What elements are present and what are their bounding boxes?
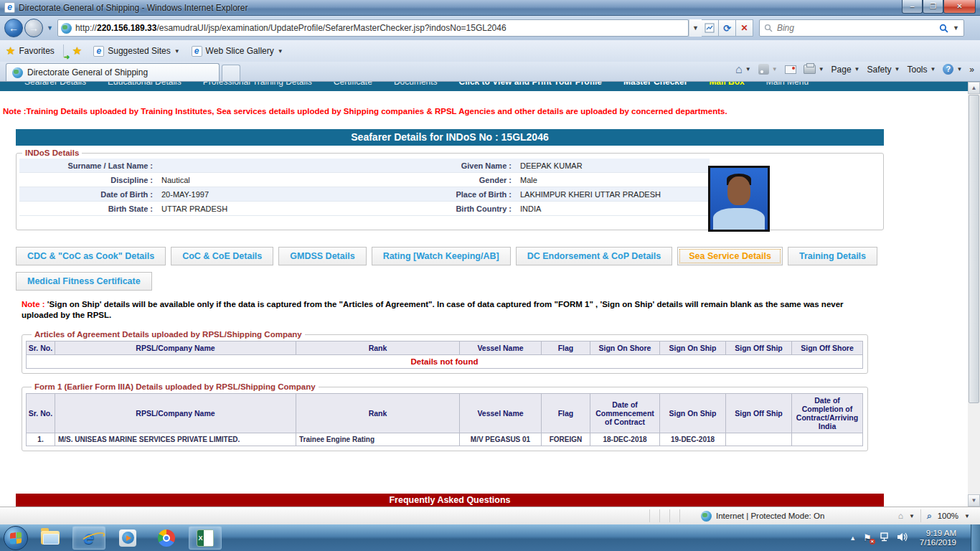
nav-item[interactable]: Educational Details [108, 82, 182, 87]
tab-rating-watch-keeping-ab[interactable]: Rating [Watch Keeping/AB] [372, 247, 511, 265]
taskbar: e X ▲ ⚑✕ 9:19 AM 7/16/2019 [0, 524, 980, 551]
tab-training-details[interactable]: Training Details [788, 247, 877, 265]
nav-item[interactable]: Seafarer Details [24, 82, 86, 87]
nav-item[interactable]: Master Checker [623, 82, 687, 87]
faq-bar[interactable]: Frequently Asked Questions [16, 494, 884, 507]
nav-item[interactable]: Click to View and Print Your Profile [459, 82, 602, 87]
zoom-icon[interactable]: ⌕ [927, 511, 932, 521]
command-bar: ⌂▼ ▼ ▼ Page▼ Safety▼ Tools▼ ?▼ » [735, 64, 974, 75]
url-dropdown-icon[interactable]: ▼ [689, 19, 702, 37]
page-scrollbar[interactable]: ▲ ▼ [968, 82, 980, 507]
tab-cdc-coc-as-cook-details[interactable]: CDC & "CoC as Cook" Details [16, 247, 166, 265]
feeds-button[interactable]: ▼ [758, 64, 778, 75]
indos-legend: INDoS Details [22, 149, 82, 157]
ie-window: e Directorate General of Shipping - Wind… [0, 0, 980, 551]
action-center-flag-icon[interactable]: ⚑✕ [863, 532, 872, 543]
clock-time: 9:19 AM [920, 529, 956, 538]
table-cell: M/V PEGASUS 01 [460, 433, 542, 446]
taskbar-chrome-button[interactable] [150, 526, 183, 550]
training-note: Note :Training Details uploaded by Train… [3, 107, 727, 116]
search-dropdown-icon[interactable]: ▼ [953, 24, 959, 32]
taskbar-explorer-button[interactable] [34, 526, 67, 550]
field-value: DEEPAK KUMAR [516, 161, 710, 170]
page-viewport: Seafarer DetailsEducational DetailsProfe… [0, 81, 980, 507]
suggested-sites-button[interactable]: e Suggested Sites ▼ [88, 44, 185, 59]
forward-button[interactable]: → [24, 19, 43, 37]
help-button[interactable]: ?▼ [943, 64, 962, 75]
home-button[interactable]: ⌂▼ [735, 65, 751, 75]
print-button[interactable]: ▼ [804, 65, 824, 74]
taskbar-clock[interactable]: 9:19 AM 7/16/2019 [920, 529, 956, 547]
column-header: Rank [296, 394, 460, 433]
web-slice-gallery-button[interactable]: e Web Slice Gallery ▼ [186, 44, 289, 59]
volume-icon[interactable] [897, 532, 908, 544]
restore-button[interactable]: ❐ [923, 0, 943, 14]
refresh-icon[interactable]: ⟳ [719, 19, 736, 37]
field-label: Gender : [424, 176, 516, 184]
overflow-chevron[interactable]: » [969, 65, 974, 75]
taskbar-ie-button[interactable]: e [72, 526, 105, 550]
read-mail-button[interactable] [785, 65, 796, 74]
zoom-level[interactable]: 100% [938, 512, 958, 520]
ie-icon: e [84, 527, 94, 549]
taskbar-excel-button[interactable]: X [189, 526, 222, 550]
nav-item[interactable]: Certificate [334, 82, 372, 87]
network-icon[interactable] [879, 532, 890, 544]
minimize-button[interactable]: – [902, 0, 923, 14]
detail-tabs: CDC & "CoC as Cook" DetailsCoC & CoE Det… [16, 247, 887, 291]
scroll-up-icon[interactable]: ▲ [968, 82, 980, 94]
page-menu[interactable]: Page▼ [831, 65, 860, 75]
back-button[interactable]: ← [4, 19, 23, 37]
internet-zone-icon [701, 511, 712, 522]
status-bar: Internet | Protected Mode: On ⌂ ▼ ⌕ 100%… [0, 507, 980, 524]
tab-dc-endorsement-cop-details[interactable]: DC Endorsement & CoP Details [516, 247, 673, 265]
new-tab-stub[interactable] [222, 65, 240, 81]
scrollbar-thumb[interactable] [969, 95, 979, 403]
chevron-down-icon[interactable]: ▼ [964, 513, 970, 519]
rss-icon [758, 64, 769, 75]
printer-icon [804, 65, 816, 74]
tab-coc-coe-details[interactable]: CoC & CoE Details [171, 247, 273, 265]
field-value: Nautical [157, 176, 424, 184]
taskbar-media-player-button[interactable] [111, 526, 144, 550]
chevron-down-icon: ▼ [278, 48, 283, 55]
sign-on-ship-note: Note : 'Sign on Ship' details will be av… [22, 299, 850, 321]
nav-item[interactable]: Mail Box [709, 82, 744, 87]
indos-details-section: INDoS Details Surname / Last Name :Given… [16, 149, 884, 230]
field-label: Date of Birth : [19, 190, 157, 199]
stop-icon[interactable]: ✕ [736, 19, 753, 37]
table-cell: 19-DEC-2018 [660, 433, 726, 446]
column-header: RPSL/Company Name [55, 342, 296, 355]
tab-medical-fitness-certificate[interactable]: Medical Fitness Certificate [16, 272, 152, 291]
tools-menu[interactable]: Tools▼ [907, 65, 936, 75]
start-button[interactable] [4, 526, 28, 550]
compatibility-view-icon[interactable] [702, 19, 719, 37]
chevron-down-icon: ▼ [174, 48, 180, 55]
add-favorites-button[interactable]: ★ ➜ [67, 42, 88, 60]
search-box[interactable]: Bing ▼ [759, 19, 964, 37]
table-cell [726, 433, 792, 446]
favorites-button[interactable]: ★ Favorites [0, 42, 60, 60]
search-go-icon[interactable] [939, 24, 948, 33]
protected-mode-icon[interactable]: ⌂ [898, 511, 903, 521]
url-field[interactable]: http://220.156.189.33/esamudraUI/jsp/exa… [57, 19, 689, 37]
nav-item[interactable]: Documents [394, 82, 438, 87]
media-player-icon [119, 529, 136, 547]
indos-row: Surname / Last Name :Given Name :DEEPAK … [19, 159, 710, 173]
tab-sea-service-details[interactable]: Sea Service Details [677, 247, 783, 265]
browser-tab[interactable]: Directorate General of Shipping [6, 63, 220, 81]
form1-section: Form 1 (Earlier Form IIIA) Details uploa… [22, 382, 868, 451]
nav-item[interactable]: Professional Training Details [203, 82, 312, 87]
field-value: LAKHIMPUR KHERI UTTAR PRADESH [516, 190, 710, 199]
nav-item[interactable]: Main Menu [766, 82, 809, 87]
show-hidden-icons-button[interactable]: ▲ [849, 534, 856, 542]
tab-gmdss-details[interactable]: GMDSS Details [278, 247, 366, 265]
close-button[interactable]: ✕ [943, 0, 976, 14]
table-cell: M/S. UNISEAS MARINE SERVICES PRIVATE LIM… [55, 433, 296, 446]
column-header: Sign On Ship [660, 342, 726, 355]
scroll-down-icon[interactable]: ▼ [968, 494, 980, 507]
history-dropdown-icon[interactable]: ▼ [47, 24, 53, 32]
show-desktop-button[interactable] [971, 524, 980, 551]
chevron-down-icon[interactable]: ▼ [909, 513, 915, 519]
safety-menu[interactable]: Safety▼ [867, 65, 900, 75]
